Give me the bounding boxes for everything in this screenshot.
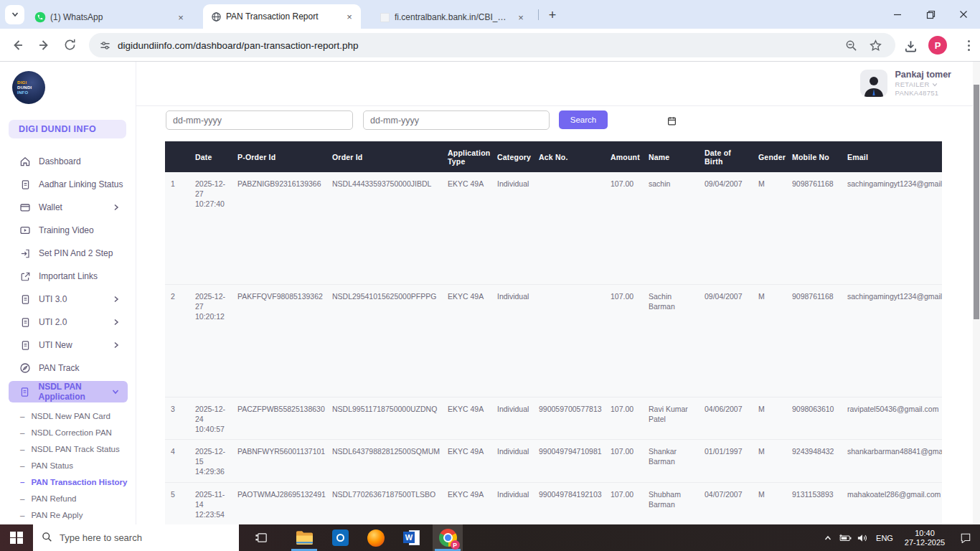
taskbar-search-placeholder: Type here to search: [60, 532, 142, 543]
sidebar-subitem-nsdl-pan-track-status[interactable]: –NSDL PAN Track Status: [0, 441, 136, 457]
sidebar-item-wallet[interactable]: Wallet: [0, 196, 136, 219]
compass-icon: [19, 362, 31, 374]
new-tab-button[interactable]: +: [544, 6, 561, 24]
taskbar-search[interactable]: Type here to search: [33, 524, 239, 551]
refresh-icon[interactable]: [63, 38, 77, 55]
zoom-icon[interactable]: [845, 39, 857, 55]
cell-order-id: NSDL64379882812500SQMUM: [326, 439, 442, 482]
close-icon[interactable]: [947, 0, 980, 29]
sidebar-item-set-pin[interactable]: Set PIN And 2 Step: [0, 242, 136, 265]
tab-search-button[interactable]: [5, 5, 24, 24]
sidebar-subitem-pan-refund[interactable]: –PAN Refund: [0, 490, 136, 507]
action-center-button[interactable]: [951, 524, 980, 551]
table-row: 1 2025-12-27 10:27:40 PABZNIGB9231613936…: [165, 172, 942, 284]
table-row: 2 2025-12-27 10:20:12 PAKFFQVF9808513936…: [165, 284, 942, 397]
scrollbar-thumb[interactable]: [974, 85, 979, 319]
task-view-button[interactable]: [246, 524, 276, 551]
chevron-down-icon: [11, 9, 19, 22]
word-button[interactable]: W: [397, 524, 427, 551]
chrome-button[interactable]: P: [433, 524, 463, 551]
action-center-icon: [960, 532, 971, 543]
battery-icon[interactable]: [837, 524, 854, 551]
cell-application-type: EKYC 49A: [442, 284, 491, 397]
tab-close-icon[interactable]: ×: [515, 11, 527, 23]
col-header-category: Category: [491, 141, 533, 172]
dash-icon: –: [20, 478, 24, 486]
chevron-right-icon: [113, 342, 120, 349]
back-icon[interactable]: [10, 38, 24, 55]
tab-close-icon[interactable]: ×: [344, 11, 355, 22]
cell-dob: 04/07/2007: [699, 482, 753, 524]
tray-chevron-up-icon[interactable]: [819, 524, 837, 551]
sidebar-item-uti-new[interactable]: UTI New: [0, 334, 136, 357]
search-button[interactable]: Search: [559, 110, 608, 129]
clock[interactable]: 10:40 27-12-2025: [898, 529, 951, 547]
address-bar[interactable]: digidundiinfo.com/dashboard/pan-transact…: [89, 33, 895, 57]
tab-close-icon[interactable]: ×: [175, 11, 187, 23]
sidebar-subnav: –NSDL New PAN Card –NSDL Correction PAN …: [0, 408, 136, 523]
sidebar-item-important-links[interactable]: Important Links: [0, 265, 136, 288]
minimize-button[interactable]: [881, 0, 914, 29]
forward-icon[interactable]: [37, 38, 52, 55]
sidebar-item-label: PAN Track: [39, 363, 79, 373]
firefox-button[interactable]: [361, 524, 391, 551]
date-from-input[interactable]: [166, 110, 353, 130]
restore-button[interactable]: [914, 0, 947, 29]
cell-order-id: NSDL29541015625000PFPPG: [326, 284, 442, 397]
calendar-icon[interactable]: [667, 116, 677, 128]
bookmark-star-icon[interactable]: [870, 39, 882, 55]
cell-name: sachin: [643, 172, 699, 284]
start-button[interactable]: [0, 524, 33, 551]
firefox-icon: [367, 529, 385, 547]
tab-whatsapp[interactable]: (1) WhatsApp ×: [27, 6, 192, 29]
cell-name: Sachin Barman: [643, 284, 699, 397]
cell-category: Individual: [491, 284, 533, 397]
tab-centralbank[interactable]: fi.centralbank.bank.in/CBI_Web ×: [372, 6, 532, 29]
scrollbar-track[interactable]: [973, 62, 980, 524]
sidebar-item-label: Aadhar Linking Status: [39, 179, 123, 189]
sidebar-subitem-pan-re-apply[interactable]: –PAN Re Apply: [0, 507, 136, 523]
volume-icon[interactable]: [854, 524, 871, 551]
sidebar-subitem-nsdl-correction-pan[interactable]: –NSDL Correction PAN: [0, 424, 136, 441]
sidebar-item-dashboard[interactable]: Dashboard: [0, 150, 136, 173]
file-explorer-button[interactable]: [289, 524, 319, 551]
brand-logo[interactable]: DIGI DUNDI INFO: [12, 71, 45, 104]
col-header-amount: Amount: [605, 141, 643, 172]
language-indicator[interactable]: ENG: [871, 534, 898, 542]
sidebar-item-label: UTI 3.0: [39, 294, 67, 304]
profile-avatar[interactable]: P: [928, 36, 947, 55]
tab-title: PAN Transaction Report: [226, 11, 339, 22]
tab-pan-transaction-report[interactable]: PAN Transaction Report ×: [203, 4, 361, 29]
table-row: 5 2025-11-14 12:23:54 PAOTWMAJ2869513249…: [165, 482, 942, 524]
document-icon: [19, 316, 31, 328]
sidebar-item-aadhar-linking-status[interactable]: Aadhar Linking Status: [0, 173, 136, 196]
cell-order-id: NSDL99511718750000UZDNQ: [326, 397, 442, 439]
site-settings-icon[interactable]: [100, 40, 110, 51]
user-menu[interactable]: Pankaj tomer RETAILER PANKA48751: [860, 70, 951, 97]
chevron-down-icon: [932, 82, 938, 88]
sidebar-item-nsdl-pan-application[interactable]: NSDL PAN Application: [9, 381, 128, 402]
sidebar-subitem-pan-transaction-history[interactable]: –PAN Transaction History: [0, 474, 136, 490]
col-header-name: Name: [643, 141, 699, 172]
cell-index: 1: [165, 172, 189, 284]
outlook-button[interactable]: [325, 524, 355, 551]
date-to-input[interactable]: [363, 110, 550, 130]
menu-kebab-icon[interactable]: [962, 38, 975, 52]
sidebar-item-pan-track[interactable]: PAN Track: [0, 357, 136, 380]
sidebar-item-uti-2-0[interactable]: UTI 2.0: [0, 311, 136, 334]
cell-index: 5: [165, 482, 189, 524]
cell-name: Shankar Barman: [643, 439, 699, 482]
col-header-p-order-id: P-Order Id: [232, 141, 326, 172]
col-header-email: Email: [842, 141, 942, 172]
cell-mobile-no: 9243948432: [786, 439, 842, 482]
sidebar-item-training-video[interactable]: Training Video: [0, 219, 136, 242]
home-icon: [19, 156, 31, 167]
table-row: 4 2025-12-15 14:29:36 PABNFWYR5600113710…: [165, 439, 942, 482]
col-header-date: Date: [189, 141, 232, 172]
cell-date: 2025-11-14 12:23:54: [189, 482, 232, 524]
sidebar-item-uti-3-0[interactable]: UTI 3.0: [0, 288, 136, 311]
cell-mobile-no: 9131153893: [786, 482, 842, 524]
download-icon[interactable]: [904, 39, 918, 56]
sidebar-subitem-nsdl-new-pan-card[interactable]: –NSDL New PAN Card: [0, 408, 136, 424]
sidebar-subitem-pan-status[interactable]: –PAN Status: [0, 457, 136, 474]
